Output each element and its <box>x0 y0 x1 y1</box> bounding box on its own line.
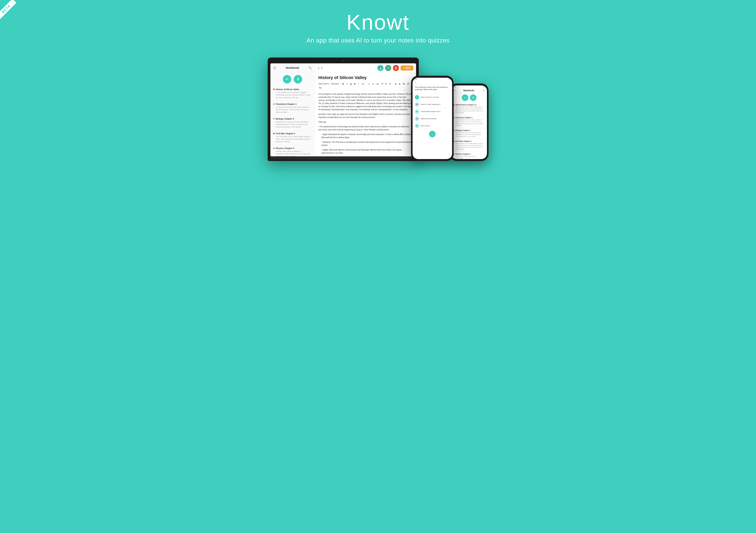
laptop-screen: ☰ Notebook 🔍 ✏ ⬇ History of Silco <box>270 63 416 156</box>
down-arrow-button[interactable]: ∨ <box>321 67 323 70</box>
quiz-option-a[interactable]: A South Carolina to succeed. <box>413 94 452 101</box>
doc-title: History of Silicon Valley <box>315 73 416 81</box>
laptop-container: ☰ Notebook 🔍 ✏ ⬇ History of Silco <box>268 58 419 161</box>
quiz-option-c[interactable]: C Conflict flared merged into th <box>413 108 452 115</box>
laptop: ☰ Notebook 🔍 ✏ ⬇ History of Silco <box>268 58 419 159</box>
note-header: Biology Chapter 5 <box>453 129 485 131</box>
quiz-option-d[interactable]: D Millard Fillmo President <box>413 115 452 123</box>
note-title: Chemistry Chapter 1 <box>456 117 472 119</box>
sidebar-title: Notebook <box>286 66 299 70</box>
list-item[interactable]: Biology Chapter 5 Mammals are a group of… <box>451 128 487 139</box>
download-button[interactable]: ⬇ <box>294 75 302 83</box>
align-button[interactable]: ≡ <box>367 82 370 85</box>
app-tagline: An app that uses AI to turn your notes i… <box>4 37 752 44</box>
signal-icons: ▪▪▪ <box>448 78 450 80</box>
content-paragraph: ◦ Apple developed the Apple II computer … <box>322 133 413 139</box>
italic-button[interactable]: I <box>345 82 348 85</box>
search-icon[interactable]: 🔍 <box>309 66 311 70</box>
option-text-e: None of the a <box>421 125 430 127</box>
note-preview: Gravity, also called gravitation, in mec… <box>276 150 312 156</box>
content-paragraph: Question: How might we apply the lessons… <box>318 113 413 119</box>
note-dot <box>273 148 275 149</box>
quiz-label: Quiz <box>406 67 411 70</box>
phone-header-2: ☰ Notebook 🔍 <box>451 88 487 93</box>
subscript-button[interactable]: X₁ <box>402 82 406 85</box>
font-color-button[interactable]: A <box>394 82 397 85</box>
superscript-button[interactable]: X² <box>406 82 410 85</box>
list-item[interactable]: History of Silcon Valley In his analysis… <box>270 86 315 101</box>
list-item[interactable]: Chemistry Chapter 1 An atom becomes an i… <box>451 115 487 128</box>
ordered-list-button[interactable]: 1≡ <box>376 82 380 85</box>
quiz-options: A South Carolina to succeed. B Hinton R.… <box>413 94 452 129</box>
laptop-base <box>270 156 416 159</box>
list-button[interactable]: •≡ <box>371 82 375 85</box>
quote-button[interactable]: " <box>357 82 360 85</box>
nav-arrows: ∧ ∨ <box>318 67 323 70</box>
note-header: Civil War Chapter 2 <box>273 132 312 135</box>
underline-button[interactable]: U <box>349 82 352 85</box>
note-header: Chemistry Chapter 1 <box>273 103 312 105</box>
app-editor: ∧ ∨ 💾 ↗ 🗑 ≡ Quiz His <box>315 63 416 156</box>
save-button[interactable]: 💾 <box>377 65 384 71</box>
phone-edit-button[interactable]: ✏ <box>462 94 468 101</box>
option-text-c: Conflict flared merged into th <box>421 111 441 112</box>
content-paragraph: In his analysis on the growth of digital… <box>318 93 413 111</box>
next-button[interactable]: › <box>429 131 436 137</box>
list-item[interactable]: Biology Chapter 5 Mammals are a group of… <box>270 116 315 130</box>
note-preview: The Civil War in the United States began… <box>456 106 485 114</box>
note-title: Chemistry Chapter 1 <box>276 103 297 105</box>
phone-notebook: 9:41 ▪▪▪ ☰ Notebook 🔍 ✏ ⬇ World <box>450 83 489 161</box>
phone-notes-list: World History Chapter 10 The Civil War i… <box>451 102 487 159</box>
strikethrough-button[interactable]: S <box>353 82 356 85</box>
phone-download-button[interactable]: ⬇ <box>470 94 476 101</box>
outdent-button[interactable]: ⇤ <box>385 82 388 85</box>
up-arrow-button[interactable]: ∧ <box>318 67 320 70</box>
option-text-d: Millard Fillmo President <box>421 118 437 120</box>
highlight-button[interactable]: A <box>398 82 401 85</box>
search-icon-phone[interactable]: 🔍 <box>482 90 485 92</box>
status-bar: 9:41 ▪▪▪ <box>413 78 452 80</box>
note-header: Biology Chapter 5 <box>273 118 312 120</box>
paragraph-button[interactable]: ¶ <box>389 82 392 85</box>
devices-section: ☰ Notebook 🔍 ✏ ⬇ History of Silco <box>0 50 756 173</box>
note-dot <box>273 89 275 90</box>
quiz-button[interactable]: ≡ Quiz <box>401 66 413 70</box>
edit-button[interactable]: ✏ <box>283 75 291 83</box>
content-paragraph: ◦ Stiglitz: Microsoft offered a web brow… <box>322 149 413 154</box>
quiz-option-b[interactable]: B Hinton R. Help "Impending C <box>413 101 452 108</box>
note-title: Biology Chapter 5 <box>276 118 294 120</box>
indent-button[interactable]: ⇥ <box>380 82 384 85</box>
note-header: Physics Chapter 4 <box>273 147 312 149</box>
menu-icon-phone[interactable]: ☰ <box>454 90 455 92</box>
list-item[interactable]: Civil War Chapter 2 The Civil War in the… <box>451 139 487 152</box>
note-header: Chemistry Chapter 1 <box>453 117 485 119</box>
beta-label: BETA <box>0 0 16 19</box>
menu-icon[interactable]: ☰ <box>274 66 277 70</box>
note-preview: The Civil War in the United States began… <box>276 135 312 143</box>
list-item[interactable]: Civil War Chapter 2 The Civil War in the… <box>270 130 315 145</box>
bold-button[interactable]: B <box>341 82 345 85</box>
laptop-foot <box>268 159 419 161</box>
share-button[interactable]: ↗ <box>385 65 391 71</box>
format-bar: Sans Serif ▾ Normal ▾ B I U S " <> ≡ •≡ … <box>315 81 416 90</box>
question-text: The Southerners said Lincoln was elected… <box>415 86 450 91</box>
clear-format-button[interactable]: Tx <box>318 86 322 89</box>
app-sidebar: ☰ Notebook 🔍 ✏ ⬇ History of Silco <box>270 63 315 156</box>
font-family-select[interactable]: Sans Serif ▾ <box>318 83 329 85</box>
list-item[interactable]: Physics Chapter 4 Gravity, also called g… <box>270 145 315 156</box>
quiz-option-e[interactable]: E None of the a <box>413 123 452 129</box>
list-item[interactable]: World History Chapter 10 The Civil War i… <box>451 102 487 115</box>
note-preview: In his analysis on the growth of digital… <box>276 91 312 99</box>
quiz-header: The Southerners said Lincoln was elected… <box>413 84 452 94</box>
font-style-select[interactable]: Normal ▾ <box>331 83 339 85</box>
close-icon[interactable]: ✕ <box>415 81 417 83</box>
editor-toolbar-top: ∧ ∨ 💾 ↗ 🗑 ≡ Quiz <box>315 63 416 73</box>
note-preview: An atom becomes an ion when it gains or … <box>276 106 312 114</box>
delete-button[interactable]: 🗑 <box>393 65 399 71</box>
list-item[interactable]: Physics Chapter 4 Gravity, also called g… <box>451 152 487 159</box>
time-2: 9:41 <box>453 86 456 88</box>
code-button[interactable]: <> <box>361 82 365 85</box>
list-item[interactable]: Chemistry Chapter 1 An atom becomes an i… <box>270 101 315 116</box>
note-preview: Mammals are a group of warm-blooded vert… <box>456 132 485 137</box>
note-header: Physics Chapter 4 <box>453 153 485 155</box>
